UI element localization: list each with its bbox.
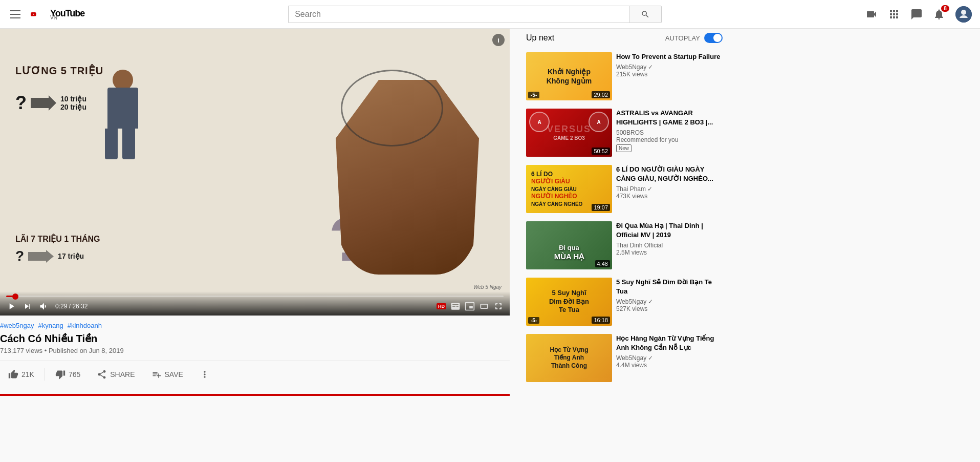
sv-channel-5: Web5Ngay ✓ <box>616 298 723 305</box>
video-tags: #web5ngay #kynang #kinhdoanh <box>0 322 510 329</box>
header: YouTube VN 8 <box>0 0 980 29</box>
progress-dot <box>12 293 18 300</box>
progress-bar[interactable] <box>6 296 504 297</box>
miniplayer-button[interactable] <box>465 301 475 311</box>
autoplay-toggle: AUTOPLAY <box>665 33 723 43</box>
time-display: 0:29 / 26:32 <box>55 303 88 310</box>
messages-icon[interactable] <box>910 8 923 20</box>
video-thumbnail: LƯƠNG 5 TRIỆU ? 10 triệu20 triệu ? <box>0 29 510 316</box>
sv-views-5: 527K views <box>616 305 723 312</box>
main-content: LƯƠNG 5 TRIỆU ? 10 triệu20 triệu ? <box>0 29 980 396</box>
like-button[interactable]: 21K <box>0 365 42 384</box>
sv-badge-new-2: New <box>616 144 631 152</box>
sidebar-thumb-2: VERSUS GAME 2 BO3 A A 50:52 <box>526 109 612 157</box>
sidebar-video-1[interactable]: Khởi NghiệpKhông Ngủm -5- 29:02 How To P… <box>522 49 727 103</box>
notifications-icon[interactable]: 8 <box>933 8 945 20</box>
sv-channel-2: 500BROS <box>616 129 723 136</box>
sidebar-thumb-text-1: Khởi NghiệpKhông Ngủm <box>542 63 596 90</box>
progress-fill <box>6 296 15 297</box>
video-controls: 0:29 / 26:32 HD <box>0 291 510 316</box>
sidebar-video-5[interactable]: 5 Suy NghĩDìm Đời BạnTe Tua -5- 16:18 5 … <box>522 275 727 329</box>
sidebar-video-info-1: How To Prevent a Startup Failure Web5Nga… <box>616 52 723 100</box>
video-create-icon[interactable] <box>865 8 878 20</box>
user-avatar[interactable] <box>955 6 972 23</box>
view-count: 713,177 views <box>0 347 42 354</box>
sv-views-1: 215K views <box>616 71 723 78</box>
play-button[interactable] <box>6 301 16 311</box>
subtitles-button[interactable] <box>450 301 461 311</box>
hamburger-menu[interactable] <box>8 8 23 20</box>
team-logo-left: A <box>529 112 550 132</box>
thumb-duration-2: 50:52 <box>592 148 610 155</box>
thumb-duration-1: 29:02 <box>592 91 610 98</box>
bottom-bar <box>0 394 510 396</box>
wb-profit-text: LÃI 7 TRIỆU 1 THÁNG ? 17 triệu <box>15 234 100 264</box>
youtube-logo[interactable]: YouTube VN <box>31 8 84 20</box>
sv-views-3: 473K views <box>616 193 723 200</box>
video-title: Cách Có Nhiều Tiền <box>0 332 510 345</box>
tag-1[interactable]: #web5ngay <box>0 322 34 329</box>
search-area <box>288 6 662 23</box>
autoplay-label: AUTOPLAY <box>665 34 700 42</box>
sv-title-4: Đi Qua Mùa Hạ | Thai Dinh | Official MV … <box>616 221 723 240</box>
up-next-label: Up next <box>526 33 554 43</box>
video-info-icon[interactable]: i <box>492 34 505 46</box>
up-next-header: Up next AUTOPLAY <box>522 33 727 43</box>
next-button[interactable] <box>23 301 33 311</box>
sidebar-video-info-5: 5 Suy Nghĩ Sẽ Dìm Đời Bạn Te Tua Web5Nga… <box>616 278 723 326</box>
sv-title-2: ASTRALIS vs AVANGAR HIGHLIGHTS | GAME 2 … <box>616 109 723 127</box>
action-separator-1 <box>45 368 45 381</box>
team-logo-right: A <box>589 112 609 132</box>
header-right: 8 <box>865 6 972 23</box>
tag-3[interactable]: #kinhdoanh <box>68 322 102 329</box>
wb-cloud <box>341 70 443 146</box>
video-actions: 21K 765 SHARE SAVE <box>0 361 510 384</box>
save-label: SAVE <box>165 370 183 379</box>
autoplay-toggle-track[interactable] <box>704 33 723 43</box>
sidebar-video-info-3: 6 LÍ DO NGƯỜI GIÀU NGÀY CÀNG GIÀU, NGƯỜI… <box>616 165 723 213</box>
thumb-duration-4: 4:48 <box>595 260 610 267</box>
dislike-button[interactable]: 765 <box>47 365 89 384</box>
sv-views-4: 2.5M views <box>616 249 723 256</box>
sv-channel-1: Web5Ngay ✓ <box>616 64 723 71</box>
apps-icon[interactable] <box>888 8 900 20</box>
sidebar-thumb-text-6: Học Từ VựngTiếng AnhThành Công <box>526 334 612 382</box>
autoplay-toggle-thumb <box>713 34 722 42</box>
sidebar-thumb-4: Đi quaMÙA HẠ 4:48 <box>526 221 612 269</box>
sv-title-5: 5 Suy Nghĩ Sẽ Dìm Đời Bạn Te Tua <box>616 278 723 296</box>
svg-marker-3 <box>28 250 54 263</box>
share-label: SHARE <box>110 370 135 379</box>
more-button[interactable] <box>191 365 218 384</box>
volume-button[interactable] <box>39 301 49 311</box>
wb-character <box>102 70 143 162</box>
sidebar-video-2[interactable]: VERSUS GAME 2 BO3 A A 50:52 ASTRALIS vs … <box>522 106 727 160</box>
publish-date: • Published on Jun 8, 2019 <box>45 347 124 354</box>
step-badge-5: -5- <box>528 317 539 324</box>
share-button[interactable]: SHARE <box>89 365 143 384</box>
sidebar-thumb-1: Khởi NghiệpKhông Ngủm -5- 29:02 <box>526 52 612 100</box>
video-player[interactable]: LƯƠNG 5 TRIỆU ? 10 triệu20 triệu ? <box>0 29 510 316</box>
search-button[interactable] <box>629 6 662 23</box>
controls-row: 0:29 / 26:32 HD <box>6 301 504 311</box>
search-form[interactable] <box>288 6 662 23</box>
sv-channel-3: Thai Pham ✓ <box>616 185 723 193</box>
fullscreen-button[interactable] <box>493 301 504 311</box>
thumb-duration-5: 16:18 <box>592 317 610 324</box>
sidebar-video-6[interactable]: Học Từ VựngTiếng AnhThành Công Học Hàng … <box>522 331 727 385</box>
sidebar-video-3[interactable]: 6 LÍ DO NGƯỜI GIÀU NGÀY CÀNG GIÀU NGƯỜI … <box>522 162 727 216</box>
sv-views-6: 4.4M views <box>616 362 723 369</box>
svg-point-1 <box>961 10 966 15</box>
sidebar-video-info-2: ASTRALIS vs AVANGAR HIGHLIGHTS | GAME 2 … <box>616 109 723 157</box>
sidebar-video-info-6: Học Hàng Ngàn Từ Vựng Tiếng Anh Không Cầ… <box>616 334 723 382</box>
hd-badge: HD <box>437 303 446 309</box>
search-input[interactable] <box>288 6 629 23</box>
like-count: 21K <box>21 370 34 379</box>
theater-button[interactable] <box>479 301 489 311</box>
wb-salary-text: LƯƠNG 5 TRIỆU ? 10 triệu20 triệu <box>15 65 103 114</box>
sv-title-1: How To Prevent a Startup Failure <box>616 52 723 61</box>
video-area: LƯƠNG 5 TRIỆU ? 10 triệu20 triệu ? <box>0 29 522 396</box>
sidebar-video-4[interactable]: Đi quaMÙA HẠ 4:48 Đi Qua Mùa Hạ | Thai D… <box>522 218 727 272</box>
sidebar-video-info-4: Đi Qua Mùa Hạ | Thai Dinh | Official MV … <box>616 221 723 269</box>
tag-2[interactable]: #kynang <box>38 322 63 329</box>
save-button[interactable]: SAVE <box>143 365 191 384</box>
